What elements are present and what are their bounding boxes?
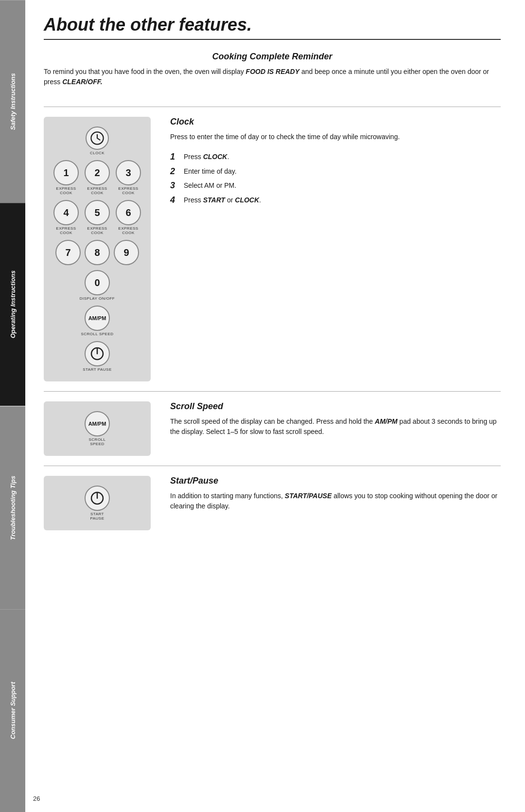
divider-1 bbox=[44, 107, 501, 107]
sidebar-section-troubleshooting: Troubleshooting Tips bbox=[0, 406, 25, 609]
clock-step-4: 4 Press START or CLOCK. bbox=[170, 195, 501, 206]
page-number: 26 bbox=[33, 795, 40, 802]
clock-steps: 1 Press CLOCK. 2 Enter time of day. 3 Se… bbox=[170, 152, 501, 205]
clock-section: CLOCK 1 EXPRESS COOK 2 EXPRESS COOK 3 EX… bbox=[44, 117, 501, 381]
clock-keypad-panel: CLOCK 1 EXPRESS COOK 2 EXPRESS COOK 3 EX… bbox=[44, 117, 151, 381]
startpause-panel: STARTPAUSE bbox=[44, 476, 151, 530]
key-0[interactable]: 0 DISPLAY ON/OFF bbox=[80, 270, 115, 301]
clock-button[interactable]: CLOCK bbox=[86, 126, 109, 155]
scroll-text: The scroll speed of the display can be c… bbox=[170, 416, 501, 437]
key-2[interactable]: 2 EXPRESS COOK bbox=[84, 160, 111, 195]
clock-button-circle[interactable] bbox=[86, 126, 109, 150]
clock-heading: Clock bbox=[170, 117, 501, 127]
title-divider bbox=[44, 39, 501, 40]
scroll-panel: AM/PM SCROLLSPEED bbox=[44, 401, 151, 456]
key-6[interactable]: 6 EXPRESS COOK bbox=[115, 200, 142, 235]
scroll-ampm-button[interactable]: AM/PM SCROLLSPEED bbox=[85, 411, 110, 446]
cooking-complete-heading: Cooking Complete Reminder bbox=[44, 52, 501, 62]
key-row-123: 1 EXPRESS COOK 2 EXPRESS COOK 3 EXPRESS … bbox=[52, 160, 142, 195]
clock-step-3: 3 Select AM or PM. bbox=[170, 180, 501, 191]
scroll-heading: Scroll Speed bbox=[170, 401, 501, 412]
startpause-button[interactable]: START PAUSE bbox=[83, 341, 112, 372]
cooking-complete-text: To remind you that you have food in the … bbox=[44, 67, 501, 87]
key-row-0: 0 DISPLAY ON/OFF bbox=[80, 270, 115, 301]
cooking-complete-section: Cooking Complete Reminder To remind you … bbox=[44, 52, 501, 97]
key-3[interactable]: 3 EXPRESS COOK bbox=[115, 160, 142, 195]
scroll-right: Scroll Speed The scroll speed of the dis… bbox=[170, 401, 501, 456]
scroll-section: AM/PM SCROLLSPEED Scroll Speed The scrol… bbox=[44, 401, 501, 456]
divider-3 bbox=[44, 466, 501, 466]
startpause-right: Start/Pause In addition to starting many… bbox=[170, 476, 501, 530]
key-5[interactable]: 5 EXPRESS COOK bbox=[84, 200, 111, 235]
main-content: About the other features. Cooking Comple… bbox=[29, 0, 525, 555]
sidebar-section-safety: Safety Instructions bbox=[0, 0, 25, 203]
key-8[interactable]: 8 bbox=[85, 240, 110, 265]
sidebar-section-operating: Operating Instructions bbox=[0, 203, 25, 406]
scroll-speed-label: SCROLLSPEED bbox=[88, 437, 105, 446]
clock-step-2: 2 Enter time of day. bbox=[170, 166, 501, 177]
clock-description: Press to enter the time of day or to che… bbox=[170, 132, 501, 142]
startpause-section: STARTPAUSE Start/Pause In addition to st… bbox=[44, 476, 501, 530]
startpause-panel-button[interactable]: STARTPAUSE bbox=[85, 486, 110, 521]
key-row-456: 4 EXPRESS COOK 5 EXPRESS COOK 6 EXPRESS … bbox=[52, 200, 142, 235]
startpause-text: In addition to starting many functions, … bbox=[170, 491, 501, 511]
sidebar-section-consumer: Consumer Support bbox=[0, 609, 25, 812]
page-title: About the other features. bbox=[44, 15, 501, 35]
key-7[interactable]: 7 bbox=[55, 240, 81, 265]
key-9[interactable]: 9 bbox=[114, 240, 139, 265]
divider-2 bbox=[44, 391, 501, 392]
key-row-789: 7 8 9 bbox=[55, 240, 139, 265]
clock-label: CLOCK bbox=[90, 151, 105, 155]
key-4[interactable]: 4 EXPRESS COOK bbox=[52, 200, 80, 235]
ampm-button[interactable]: AM/PM SCROLL SPEED bbox=[81, 306, 113, 336]
sidebar: Safety Instructions Operating Instructio… bbox=[0, 0, 25, 812]
key-1[interactable]: 1 EXPRESS COOK bbox=[52, 160, 80, 195]
clock-right: Clock Press to enter the time of day or … bbox=[170, 117, 501, 381]
clock-step-1: 1 Press CLOCK. bbox=[170, 152, 501, 162]
startpause-heading: Start/Pause bbox=[170, 476, 501, 486]
